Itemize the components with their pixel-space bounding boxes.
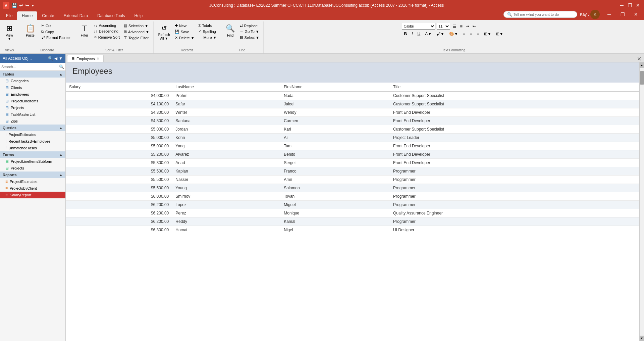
nav-collapse-icon[interactable]: ◀ <box>54 56 57 61</box>
nav-options-icon[interactable]: ▼ <box>59 56 63 61</box>
nav-section-forms[interactable]: Forms ▲ <box>0 151 65 158</box>
table-row[interactable]: $4,800.00 Santana Carmen Front End Devel… <box>66 117 639 125</box>
restore-btn[interactable]: ❐ <box>627 2 633 9</box>
nav-section-queries[interactable]: Queries ▲ <box>0 125 65 131</box>
indent-less-button[interactable]: ⇤ <box>472 23 477 29</box>
selection-button[interactable]: ▤ Selection ▼ <box>122 23 151 29</box>
vertical-scrollbar[interactable]: ▲ ▼ <box>639 62 644 341</box>
remove-sort-button[interactable]: ✕ Remove Sort <box>93 34 121 40</box>
nav-item-projectlineitems[interactable]: ⊞ ProjectLineItems <box>0 98 65 104</box>
table-row[interactable]: $5,300.00 Anad Sergei Front End Develope… <box>66 159 639 167</box>
bullets-button[interactable]: ☰ <box>451 23 458 29</box>
toggle-filter-button[interactable]: ⊤ Toggle Filter <box>122 35 151 41</box>
new-record-button[interactable]: ✚ New <box>173 23 196 29</box>
minimize-btn[interactable]: ─ <box>619 2 625 9</box>
gridlines-button[interactable]: ⊞▼ <box>482 31 493 37</box>
nav-item-projects-table[interactable]: ⊞ Projects <box>0 104 65 111</box>
tab-home[interactable]: Home <box>17 11 37 20</box>
nav-item-recenttasksbyemployee[interactable]: ! RecentTasksByEmployee <box>0 138 65 145</box>
copy-button[interactable]: ⧉ Copy <box>40 29 72 35</box>
table-row[interactable]: $5,000.00 Yang Tam Front End Developer <box>66 142 639 150</box>
table-row[interactable]: $4,100.00 Safar Jaleel Customer Support … <box>66 100 639 108</box>
quick-redo-btn[interactable]: ↪ <box>25 3 29 8</box>
refresh-button[interactable]: ↺ Refresh All ▼ <box>156 23 172 42</box>
table-row[interactable]: $5,500.00 Young Solomon Programmer <box>66 184 639 192</box>
table-row[interactable]: $6,200.00 Lopez Miguel Programmer <box>66 201 639 209</box>
quick-access-dropdown[interactable]: ▼ <box>31 4 35 7</box>
more-button[interactable]: ⋯ More ▼ <box>197 35 218 40</box>
format-painter-button[interactable]: 🖌 Format Painter <box>40 35 72 40</box>
table-button[interactable]: ⊞▼ <box>494 31 505 37</box>
goto-button[interactable]: → Go To ▼ <box>238 29 261 34</box>
align-right-button[interactable]: ≡ <box>475 31 481 37</box>
select-button[interactable]: ▤ Select ▼ <box>238 35 261 40</box>
nav-item-projectlineitemssubform[interactable]: ⊟ ProjectLineItemsSubform <box>0 158 65 165</box>
nav-item-unmatchedtasks[interactable]: ! UnmatchedTasks <box>0 145 65 151</box>
nav-item-projectestimates-query[interactable]: ! ProjectEstimates <box>0 131 65 138</box>
tab-external[interactable]: External Data <box>59 11 93 20</box>
table-row[interactable]: $6,200.00 Reddy Kamal Programmer <box>66 217 639 226</box>
nav-search-icon[interactable]: 🔍 <box>48 56 53 61</box>
nav-search-input[interactable] <box>1 65 59 69</box>
nav-item-projects-form[interactable]: ⊟ Projects <box>0 165 65 172</box>
tell-me-input[interactable] <box>514 12 574 16</box>
ribbon-close[interactable]: ✕ <box>629 10 643 19</box>
delete-record-button[interactable]: ✕ Delete ▼ <box>173 35 196 41</box>
scroll-thumb[interactable] <box>640 71 644 85</box>
underline-button[interactable]: U <box>415 31 422 37</box>
nav-search-submit-icon[interactable]: 🔍 <box>59 64 64 69</box>
table-row[interactable]: $5,200.00 Alvarez Benito Front End Devel… <box>66 150 639 159</box>
view-button[interactable]: ⊞ View ▼ <box>3 23 16 42</box>
nav-item-categories[interactable]: ⊞ Categories <box>0 78 65 84</box>
paste-button[interactable]: 📋 Paste <box>22 23 39 39</box>
ribbon-minimize[interactable]: ─ <box>602 10 616 19</box>
descending-button[interactable]: ↓↑ Descending <box>93 29 121 34</box>
ribbon-restore[interactable]: ❐ <box>616 10 629 19</box>
table-row[interactable]: $5,500.00 Nasser Amir Programmer <box>66 176 639 184</box>
indent-more-button[interactable]: ⇥ <box>465 23 470 29</box>
table-row[interactable]: $4,000.00 Prohm Nada Customer Support Sp… <box>66 92 639 100</box>
scroll-down-btn[interactable]: ▼ <box>640 336 644 341</box>
font-family-select[interactable]: Calibri <box>402 23 435 30</box>
tab-create[interactable]: Create <box>37 11 59 20</box>
nav-item-projectsbyclient[interactable]: ≡ ProjectsByClient <box>0 185 65 192</box>
nav-section-reports[interactable]: Reports ▲ <box>0 172 65 178</box>
save-record-button[interactable]: 💾 Save <box>173 29 196 35</box>
table-row[interactable]: $6,200.00 Perez Monique Quality Assuranc… <box>66 209 639 217</box>
replace-button[interactable]: ⇄ Replace <box>238 23 261 29</box>
nav-item-zips[interactable]: ⊞ Zips <box>0 118 65 125</box>
content-close-btn[interactable]: ✕ <box>636 56 643 62</box>
table-row[interactable]: $5,500.00 Kaplan Franco Programmer <box>66 167 639 176</box>
filter-button[interactable]: ⊤ Filter <box>78 23 91 39</box>
table-row[interactable]: $5,000.00 Kohn Ali Project Leader <box>66 134 639 142</box>
quick-undo-btn[interactable]: ↩ <box>19 3 23 8</box>
cut-button[interactable]: ✂ Cut <box>40 23 72 29</box>
nav-item-taskmasterlist[interactable]: ⊞ TaskMasterList <box>0 111 65 118</box>
find-button[interactable]: 🔍 Find <box>224 23 237 39</box>
nav-item-clients[interactable]: ⊞ Clients <box>0 84 65 91</box>
table-row[interactable]: $4,300.00 Winter Wendy Front End Develop… <box>66 108 639 117</box>
scroll-track[interactable] <box>640 68 644 336</box>
highlight-button[interactable]: 🖌▼ <box>434 31 446 37</box>
close-btn[interactable]: ✕ <box>635 2 641 9</box>
nav-item-projectestimates-report[interactable]: ≡ ProjectEstimates <box>0 178 65 185</box>
nav-section-tables[interactable]: Tables ▲ <box>0 71 65 78</box>
font-color-button[interactable]: A▼ <box>423 31 434 37</box>
tab-help[interactable]: Help <box>130 11 148 20</box>
table-row[interactable]: $6,000.00 Smirnov Tovah Programmer <box>66 192 639 201</box>
numbered-button[interactable]: ≡ <box>459 23 464 29</box>
table-row[interactable]: $6,300.00 Horvat Nigel UI Designer <box>66 226 639 234</box>
table-row[interactable]: $5,000.00 Jordan Karl Customer Support S… <box>66 125 639 134</box>
tell-me-bar[interactable]: 🔍 <box>503 11 577 18</box>
totals-button[interactable]: Σ Totals <box>197 23 218 28</box>
italic-button[interactable]: I <box>410 31 415 37</box>
spelling-button[interactable]: ✓ Spelling <box>197 29 218 34</box>
tab-file[interactable]: File <box>1 11 17 20</box>
nav-item-salaryreport[interactable]: ≡ SalaryReport <box>0 192 65 198</box>
bold-button[interactable]: B <box>402 31 409 37</box>
align-left-button[interactable]: ≡ <box>461 31 467 37</box>
font-size-select[interactable]: 11 <box>437 23 450 30</box>
employees-doc-tab[interactable]: ⊞ Employees ✕ <box>67 55 104 62</box>
ascending-button[interactable]: ↑↓ Ascending <box>93 23 121 28</box>
bg-color-button[interactable]: 🎨▼ <box>447 31 460 37</box>
